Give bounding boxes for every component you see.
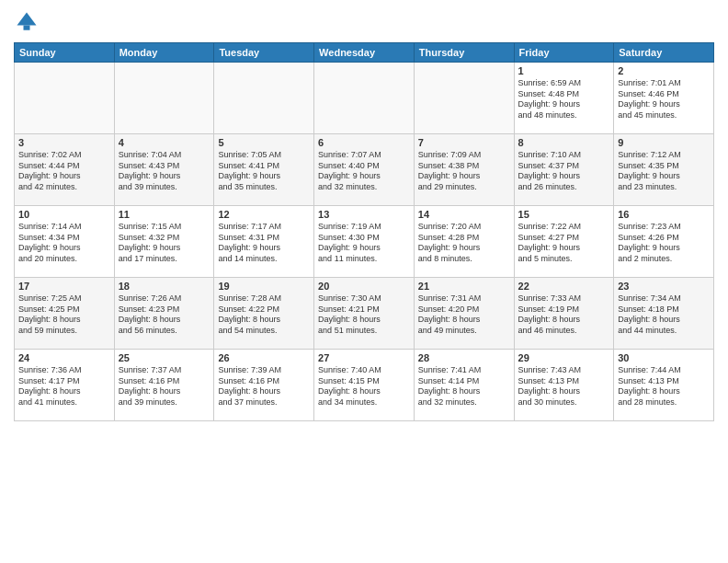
calendar-cell: 11Sunrise: 7:15 AMSunset: 4:32 PMDayligh… — [114, 206, 214, 278]
weekday-header: Wednesday — [314, 43, 415, 63]
day-info-line: Sunrise: 7:05 AM — [218, 150, 310, 161]
day-info-line: Sunrise: 6:59 AM — [518, 78, 610, 89]
weekday-header: Thursday — [414, 43, 514, 63]
day-info-line: Sunrise: 7:26 AM — [119, 293, 210, 304]
calendar-cell: 17Sunrise: 7:25 AMSunset: 4:25 PMDayligh… — [15, 278, 115, 350]
day-info-line: Sunrise: 7:09 AM — [418, 150, 510, 161]
day-info-line: Sunrise: 7:02 AM — [18, 150, 110, 161]
day-info-line: Sunrise: 7:14 AM — [18, 222, 110, 233]
day-number: 11 — [119, 209, 210, 220]
day-info-line: Sunrise: 7:10 AM — [518, 150, 610, 161]
day-number: 28 — [418, 352, 510, 363]
weekday-header: Sunday — [15, 43, 115, 63]
day-info-line: Sunrise: 7:17 AM — [218, 222, 310, 233]
day-info-line: and 23 minutes. — [618, 182, 710, 193]
calendar-cell: 20Sunrise: 7:30 AMSunset: 4:21 PMDayligh… — [314, 278, 415, 350]
day-info-line: Daylight: 9 hours — [518, 99, 610, 110]
day-number: 17 — [18, 281, 110, 292]
day-number: 21 — [418, 281, 510, 292]
day-info-line: Daylight: 8 hours — [318, 386, 410, 397]
day-info-line: Sunset: 4:44 PM — [18, 161, 110, 172]
day-number: 7 — [418, 137, 510, 148]
day-info-line: and 39 minutes. — [119, 397, 210, 408]
day-info-line: Sunrise: 7:33 AM — [518, 293, 610, 304]
day-info-line: Sunset: 4:20 PM — [418, 304, 510, 316]
day-info-line: Sunset: 4:26 PM — [618, 233, 710, 244]
calendar-table: SundayMondayTuesdayWednesdayThursdayFrid… — [14, 42, 714, 421]
day-info-line: and 29 minutes. — [418, 182, 510, 193]
day-info-line: Sunrise: 7:04 AM — [119, 150, 210, 161]
calendar-header-row: SundayMondayTuesdayWednesdayThursdayFrid… — [15, 43, 714, 63]
day-number: 29 — [518, 352, 610, 363]
svg-marker-0 — [17, 13, 37, 26]
calendar-cell: 10Sunrise: 7:14 AMSunset: 4:34 PMDayligh… — [15, 206, 115, 278]
day-info-line: and 32 minutes. — [318, 182, 410, 193]
day-info-line: and 11 minutes. — [318, 254, 410, 265]
day-info-line: Sunrise: 7:22 AM — [518, 222, 610, 233]
day-info-line: and 56 minutes. — [119, 326, 210, 337]
day-info-line: Sunset: 4:35 PM — [618, 161, 710, 172]
calendar-cell: 5Sunrise: 7:05 AMSunset: 4:41 PMDaylight… — [214, 134, 314, 206]
calendar-cell: 13Sunrise: 7:19 AMSunset: 4:30 PMDayligh… — [314, 206, 415, 278]
calendar-cell: 27Sunrise: 7:40 AMSunset: 4:15 PMDayligh… — [314, 350, 415, 421]
calendar-cell: 15Sunrise: 7:22 AMSunset: 4:27 PMDayligh… — [514, 206, 614, 278]
day-info-line: and 35 minutes. — [218, 182, 310, 193]
calendar-cell: 30Sunrise: 7:44 AMSunset: 4:13 PMDayligh… — [614, 350, 714, 421]
day-info-line: Sunset: 4:21 PM — [318, 304, 410, 316]
calendar-cell: 25Sunrise: 7:37 AMSunset: 4:16 PMDayligh… — [114, 350, 214, 421]
day-number: 1 — [518, 65, 610, 76]
calendar-cell: 16Sunrise: 7:23 AMSunset: 4:26 PMDayligh… — [614, 206, 714, 278]
logo — [14, 9, 43, 35]
day-number: 2 — [618, 65, 710, 76]
calendar-cell: 8Sunrise: 7:10 AMSunset: 4:37 PMDaylight… — [514, 134, 614, 206]
day-info-line: Sunrise: 7:15 AM — [119, 222, 210, 233]
day-info-line: Daylight: 9 hours — [218, 171, 310, 182]
day-info-line: and 51 minutes. — [318, 326, 410, 337]
calendar-cell: 26Sunrise: 7:39 AMSunset: 4:16 PMDayligh… — [214, 350, 314, 421]
calendar-cell: 24Sunrise: 7:36 AMSunset: 4:17 PMDayligh… — [15, 350, 115, 421]
day-number: 22 — [518, 281, 610, 292]
day-info-line: Daylight: 9 hours — [418, 243, 510, 254]
day-number: 25 — [119, 352, 210, 363]
day-number: 27 — [318, 352, 410, 363]
day-info-line: Sunrise: 7:31 AM — [418, 293, 510, 304]
calendar-cell — [114, 63, 214, 134]
day-info-line: Sunset: 4:22 PM — [218, 304, 310, 316]
day-info-line: Sunset: 4:14 PM — [418, 376, 510, 387]
day-info-line: Sunrise: 7:37 AM — [119, 365, 210, 376]
day-info-line: and 5 minutes. — [518, 254, 610, 265]
day-info-line: Sunrise: 7:40 AM — [318, 365, 410, 376]
calendar-cell: 21Sunrise: 7:31 AMSunset: 4:20 PMDayligh… — [414, 278, 514, 350]
day-info-line: Daylight: 8 hours — [518, 386, 610, 397]
day-info-line: Sunrise: 7:25 AM — [18, 293, 110, 304]
day-info-line: Sunrise: 7:07 AM — [318, 150, 410, 161]
day-info-line: Daylight: 9 hours — [518, 171, 610, 182]
day-info-line: Sunset: 4:37 PM — [518, 161, 610, 172]
day-info-line: Sunset: 4:17 PM — [18, 376, 110, 387]
calendar-cell: 1Sunrise: 6:59 AMSunset: 4:48 PMDaylight… — [514, 63, 614, 134]
day-info-line: Daylight: 9 hours — [18, 243, 110, 254]
calendar-cell: 23Sunrise: 7:34 AMSunset: 4:18 PMDayligh… — [614, 278, 714, 350]
day-info-line: and 14 minutes. — [218, 254, 310, 265]
calendar-cell: 22Sunrise: 7:33 AMSunset: 4:19 PMDayligh… — [514, 278, 614, 350]
day-info-line: Daylight: 8 hours — [218, 386, 310, 397]
day-info-line: Daylight: 8 hours — [418, 315, 510, 326]
day-number: 14 — [418, 209, 510, 220]
calendar-week-row: 17Sunrise: 7:25 AMSunset: 4:25 PMDayligh… — [15, 278, 714, 350]
day-info-line: Sunrise: 7:28 AM — [218, 293, 310, 304]
day-info-line: Sunrise: 7:41 AM — [418, 365, 510, 376]
day-info-line: and 44 minutes. — [618, 326, 710, 337]
calendar-cell — [314, 63, 415, 134]
day-info-line: Sunrise: 7:44 AM — [618, 365, 710, 376]
day-info-line: and 54 minutes. — [218, 326, 310, 337]
day-info-line: Sunset: 4:16 PM — [119, 376, 210, 387]
day-number: 18 — [119, 281, 210, 292]
calendar-cell: 3Sunrise: 7:02 AMSunset: 4:44 PMDaylight… — [15, 134, 115, 206]
day-info-line: and 41 minutes. — [18, 397, 110, 408]
day-info-line: Daylight: 9 hours — [618, 99, 710, 110]
day-number: 23 — [618, 281, 710, 292]
day-info-line: and 30 minutes. — [518, 397, 610, 408]
day-info-line: Sunrise: 7:36 AM — [18, 365, 110, 376]
day-info-line: Sunrise: 7:39 AM — [218, 365, 310, 376]
logo-icon — [14, 9, 40, 35]
